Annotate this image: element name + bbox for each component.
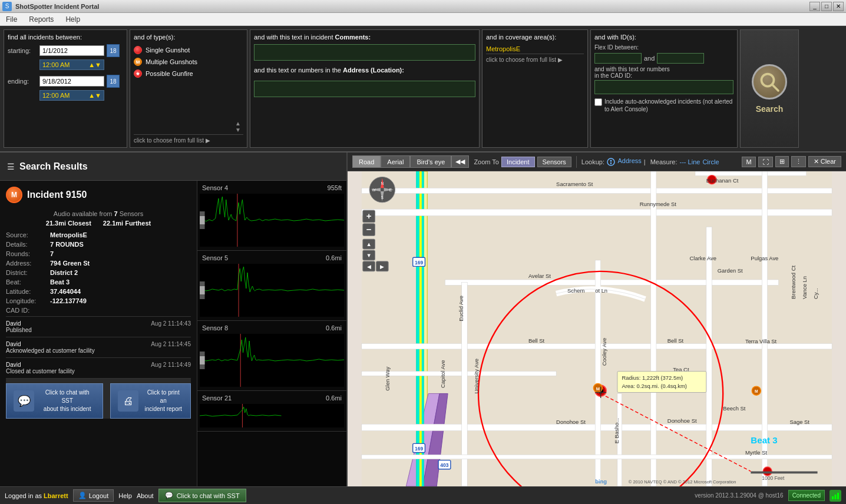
cadid-label: CAD ID: — [6, 307, 50, 314]
svg-text:bing: bing — [595, 478, 607, 485]
ending-time-input[interactable]: 12:00 AM ▲▼ — [39, 90, 104, 101]
svg-text:Donohoe St: Donohoe St — [556, 419, 586, 425]
map-toolbar-btn-more[interactable]: ⋮ — [791, 156, 806, 167]
print-icon: 🖨 — [118, 390, 138, 412]
menu-reports[interactable]: Reports — [25, 14, 57, 25]
rounds-label: Rounds: — [6, 250, 50, 257]
source-label: Source: — [6, 231, 50, 238]
beat-label: Beat 3 — [751, 435, 777, 445]
app-title: ShotSpotter Incident Portal — [15, 3, 99, 10]
ending-date-input[interactable] — [39, 76, 104, 87]
logged-in-text: Logged in as Lbarrett — [5, 492, 68, 499]
logout-label: Logout — [89, 492, 109, 499]
sensor-block-21: Sensor 21 0.6mi — [197, 391, 346, 432]
starting-time-input[interactable]: 12:00 AM ▲▼ — [39, 59, 104, 70]
starting-date-icon[interactable]: 18 — [107, 44, 120, 57]
svg-text:W: W — [372, 188, 376, 192]
starting-date-input[interactable] — [39, 45, 104, 56]
results-title: Search Results — [19, 161, 88, 172]
svg-text:Sage St: Sage St — [789, 419, 809, 425]
map-container[interactable]: M M Sacramento St Runnymede St Buchanan … — [348, 171, 846, 486]
print-label: Click to print anincident report — [143, 389, 183, 413]
sensor-21-header: Sensor 21 0.6mi — [200, 393, 344, 403]
measure-line-link[interactable]: --- Line — [680, 158, 700, 165]
flex-id-to-input[interactable] — [657, 53, 704, 64]
log-time-0: Aug 2 11:14:43 — [151, 320, 191, 327]
status-bar: Logged in as Lbarrett 👤 Logout Help Abou… — [0, 486, 846, 504]
coverage-title: and in coverage area(s): — [486, 34, 584, 41]
cad-input[interactable] — [594, 80, 733, 94]
sensor-21-waveform — [200, 404, 344, 427]
coverage-item-metropolise[interactable]: MetropolisE — [486, 44, 584, 54]
map-collapse-btn[interactable]: ◀◀ — [451, 155, 469, 168]
sensor-5-distance: 0.6mi — [326, 254, 342, 261]
svg-text:+: + — [366, 211, 372, 221]
click-choose-coverage[interactable]: click to choose from full list ▶ — [486, 54, 584, 63]
clear-button[interactable]: ✕ Clear — [808, 156, 841, 167]
incident-title: Incident 9150 — [27, 190, 87, 200]
sensor-8-header: Sensor 8 0.6mi — [200, 323, 344, 333]
comment-input[interactable] — [254, 44, 475, 61]
user-icon: 👤 — [78, 492, 87, 499]
main-content: ☰ Search Results M Incident 9150 Audio a… — [0, 152, 846, 486]
audio-header: Audio available from 7 Sensors — [6, 210, 191, 217]
type-item-multiple-gunshots[interactable]: M Multiple Gunshots — [134, 56, 243, 68]
address-input[interactable] — [254, 81, 475, 97]
tab-birds-eye[interactable]: Bird's eye — [410, 155, 451, 168]
zoom-incident-btn[interactable]: Incident — [501, 157, 535, 167]
sensor-8-distance: 0.6mi — [326, 324, 342, 331]
print-report-button[interactable]: 🖨 Click to print anincident report — [110, 383, 191, 419]
svg-text:Terra Villa St: Terra Villa St — [745, 339, 777, 345]
multiple-gunshots-icon: M — [134, 58, 142, 66]
latitude-value: 37.464044 — [50, 288, 81, 295]
source-value: MetropolisE — [50, 231, 87, 238]
cadid-row: CAD ID: — [6, 307, 191, 314]
maximize-button[interactable]: □ — [821, 2, 832, 11]
chat-sst-button[interactable]: 💬 Click to chat with SSTabout this incid… — [6, 383, 103, 419]
close-button[interactable]: ✕ — [833, 2, 844, 11]
svg-text:Cooley Ave: Cooley Ave — [601, 338, 607, 366]
map-toolbar-btn-m[interactable]: M — [742, 157, 755, 167]
type-section-title: and of type(s): — [134, 34, 243, 41]
address-value: 794 Green St — [50, 260, 90, 267]
search-button[interactable] — [752, 64, 787, 100]
address-row: Address: 794 Green St — [6, 260, 191, 267]
svg-text:◀: ◀ — [367, 263, 371, 270]
date-section: find all incidents between: starting: 18… — [4, 29, 127, 148]
click-choose-type[interactable]: click to choose from full list ▶ — [134, 134, 243, 144]
chat-sst-status-button[interactable]: 💬 Click to chat with SST — [158, 489, 246, 502]
flex-id-from-input[interactable] — [594, 53, 642, 64]
chat-status-icon: 💬 — [165, 492, 173, 499]
beat-row: Beat: Beat 3 — [6, 278, 191, 286]
svg-rect-5 — [200, 216, 205, 224]
logout-button[interactable]: 👤 Logout — [73, 489, 114, 502]
log-action-2: Closed at customer facility — [6, 368, 191, 374]
menu-help[interactable]: Help — [62, 14, 84, 25]
address-title: and this text or numbers in the Address … — [254, 67, 475, 74]
lookup-address-link[interactable]: Address — [607, 157, 642, 165]
help-link[interactable]: Help — [118, 492, 132, 499]
tab-road[interactable]: Road — [352, 155, 381, 168]
results-header: ☰ Search Results — [0, 152, 346, 181]
log-entry-2: David Aug 2 11:14:49 Closed at customer … — [6, 357, 191, 378]
type-item-single-gunshot[interactable]: Single Gunshot — [134, 44, 243, 56]
menu-file[interactable]: File — [2, 14, 21, 25]
svg-text:Avelar St: Avelar St — [528, 273, 551, 279]
type-item-possible-gunfire[interactable]: Possible Gunfire — [134, 68, 243, 79]
zoom-to-section: Zoom To Incident Sensors — [474, 157, 571, 167]
audio-panel: Sensor 4 955ft — [197, 181, 346, 486]
zoom-sensors-btn[interactable]: Sensors — [537, 157, 571, 167]
about-link[interactable]: About — [137, 492, 154, 499]
svg-text:Radius: 1,222ft (372.5m): Radius: 1,222ft (372.5m) — [622, 374, 683, 381]
minimize-button[interactable]: _ — [809, 2, 820, 11]
map-toolbar-btn-expand[interactable]: ⛶ — [758, 157, 773, 167]
svg-text:▲: ▲ — [366, 241, 371, 247]
measure-circle-link[interactable]: Circle — [702, 158, 719, 165]
ending-date-icon[interactable]: 18 — [107, 75, 120, 88]
tab-aerial[interactable]: Aerial — [381, 155, 410, 168]
map-toolbar-btn-grid[interactable]: ⊞ — [775, 156, 789, 167]
auto-ack-checkbox[interactable] — [594, 98, 602, 106]
zoom-to-label: Zoom To — [474, 158, 499, 165]
svg-rect-27 — [445, 280, 778, 285]
svg-rect-6 — [200, 264, 344, 317]
